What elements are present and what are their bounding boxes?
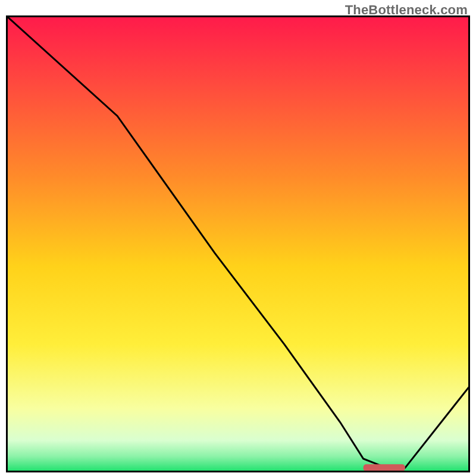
plot-area	[6, 15, 470, 472]
optimum-marker	[364, 464, 405, 471]
chart-svg	[6, 15, 470, 472]
gradient-background	[6, 15, 470, 472]
chart-root: TheBottleneck.com	[0, 0, 476, 476]
